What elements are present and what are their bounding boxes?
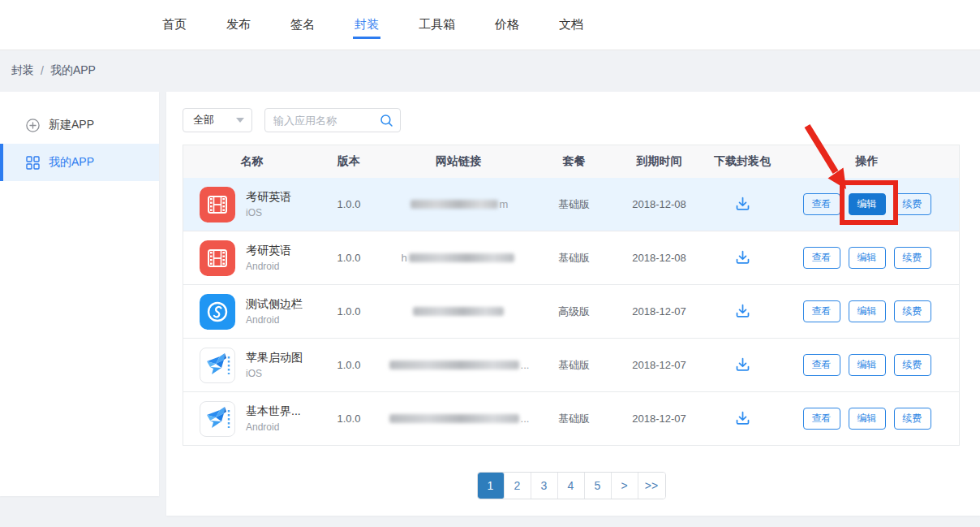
nav-item-2[interactable]: 发布 [226, 0, 251, 50]
blurred-url [413, 307, 504, 316]
app-name: 测试侧边栏 [246, 297, 303, 312]
column-header: 到期时间 [608, 154, 710, 169]
download-icon [734, 303, 751, 320]
app-icon [200, 401, 235, 437]
view-button[interactable]: 查看 [803, 247, 840, 269]
nav-item-5[interactable]: 工具箱 [419, 0, 455, 50]
url-visible-suffix: m [500, 198, 509, 210]
app-url: ... [377, 413, 539, 425]
download-button[interactable] [734, 356, 751, 374]
download-cell [710, 249, 775, 266]
renew-button[interactable]: 续费 [894, 354, 931, 376]
table-body: 考研英语 iOS 1.0.0 m 基础版 2018-12-08 查看 编辑 续费 [183, 178, 959, 446]
app-url: m [377, 198, 539, 210]
view-button[interactable]: 查看 [803, 408, 840, 430]
app-name: 基本世界... [246, 404, 301, 419]
edit-button[interactable]: 编辑 [849, 408, 886, 430]
edit-button[interactable]: 编辑 [849, 354, 886, 376]
url-visible-suffix: ... [521, 359, 530, 371]
page-4[interactable]: 4 [558, 473, 585, 499]
page-1[interactable]: 1 [478, 473, 505, 499]
download-cell [710, 196, 775, 213]
app-name-cell: 考研英语 Android [183, 240, 320, 276]
app-plan: 基础版 [539, 251, 608, 266]
app-platform: Android [246, 261, 291, 272]
app-icon [200, 348, 235, 383]
app-url: h [377, 252, 539, 264]
app-icon [200, 294, 235, 330]
download-icon [734, 410, 751, 427]
nav-item-6[interactable]: 价格 [495, 0, 519, 50]
category-select[interactable]: 全部 [183, 108, 252, 132]
view-button[interactable]: 查看 [803, 300, 840, 322]
nav-item-7[interactable]: 文档 [559, 0, 583, 50]
download-cell [710, 356, 775, 374]
app-icon [200, 240, 235, 276]
app-version: 1.0.0 [320, 198, 377, 210]
chevron-down-icon [236, 118, 244, 123]
app-name-cell: 基本世界... Android [183, 401, 320, 437]
app-name-cell: 测试侧边栏 Android [183, 294, 320, 330]
table-row: 考研英语 Android 1.0.0 h 基础版 2018-12-08 查看 编… [183, 231, 959, 285]
app-expiry: 2018-12-08 [608, 252, 710, 264]
download-button[interactable] [734, 249, 751, 266]
search-input[interactable] [273, 114, 380, 127]
app-plan: 基础版 [539, 412, 608, 426]
grid-icon [26, 156, 40, 170]
view-button[interactable]: 查看 [803, 354, 840, 376]
search-icon[interactable] [380, 114, 393, 127]
column-header: 操作 [775, 154, 959, 169]
page-last[interactable]: >> [638, 473, 665, 499]
nav-item-3[interactable]: 签名 [290, 0, 315, 50]
renew-button[interactable]: 续费 [894, 193, 931, 215]
row-actions: 查看 编辑 续费 [775, 408, 959, 430]
page-next[interactable]: > [612, 473, 638, 499]
table-row: 基本世界... Android 1.0.0 ... 基础版 2018-12-07… [183, 392, 959, 446]
view-button[interactable]: 查看 [803, 193, 840, 215]
blurred-url [409, 253, 514, 262]
download-button[interactable] [734, 303, 751, 320]
column-header: 网站链接 [377, 154, 539, 169]
page-2[interactable]: 2 [505, 473, 531, 499]
download-button[interactable] [734, 410, 751, 427]
app-name-cell: 考研英语 iOS [183, 187, 320, 222]
breadcrumb-root[interactable]: 封装 [11, 63, 34, 78]
app-name: 考研英语 [246, 244, 291, 258]
app-name: 苹果启动图 [246, 351, 303, 365]
page-3[interactable]: 3 [531, 473, 558, 499]
app-expiry: 2018-12-07 [608, 359, 710, 371]
origami-bird-icon [202, 350, 233, 381]
row-actions: 查看 编辑 续费 [775, 300, 959, 322]
film-icon [207, 248, 228, 268]
nav-items: 首页发布签名封装工具箱价格文档 [162, 0, 623, 50]
sidebar-item-label: 新建APP [49, 118, 94, 132]
nav-item-1[interactable]: 首页 [162, 0, 187, 50]
renew-button[interactable]: 续费 [894, 300, 931, 322]
film-icon [207, 195, 228, 214]
sidebar-item-new-app[interactable]: 新建APP [0, 106, 159, 144]
edit-button[interactable]: 编辑 [849, 300, 886, 322]
app-platform: Android [246, 314, 303, 326]
main-panel: 全部 名称 版本 网站链接 套餐 到期时间 下载封装包 [166, 92, 980, 516]
plus-circle-icon [26, 119, 40, 132]
page-5[interactable]: 5 [585, 473, 612, 499]
renew-button[interactable]: 续费 [894, 247, 931, 269]
download-cell [710, 410, 775, 427]
sidebar-item-my-app[interactable]: 我的APP [0, 144, 159, 181]
column-header: 套餐 [539, 154, 608, 169]
app-plan: 基础版 [539, 197, 608, 212]
app-table: 名称 版本 网站链接 套餐 到期时间 下载封装包 操作 考研英语 iO [183, 145, 960, 446]
app-plan: 基础版 [539, 358, 608, 373]
edit-button[interactable]: 编辑 [849, 193, 886, 215]
app-plan: 高级版 [539, 305, 608, 319]
blurred-url [389, 414, 519, 423]
edit-button[interactable]: 编辑 [849, 247, 886, 269]
download-icon [734, 196, 751, 213]
download-button[interactable] [734, 196, 751, 213]
blurred-url [389, 361, 519, 369]
nav-item-4[interactable]: 封装 [355, 0, 379, 50]
app-version: 1.0.0 [320, 305, 377, 317]
app-platform: iOS [246, 368, 303, 379]
renew-button[interactable]: 续费 [894, 408, 931, 430]
app-expiry: 2018-12-08 [608, 198, 710, 210]
